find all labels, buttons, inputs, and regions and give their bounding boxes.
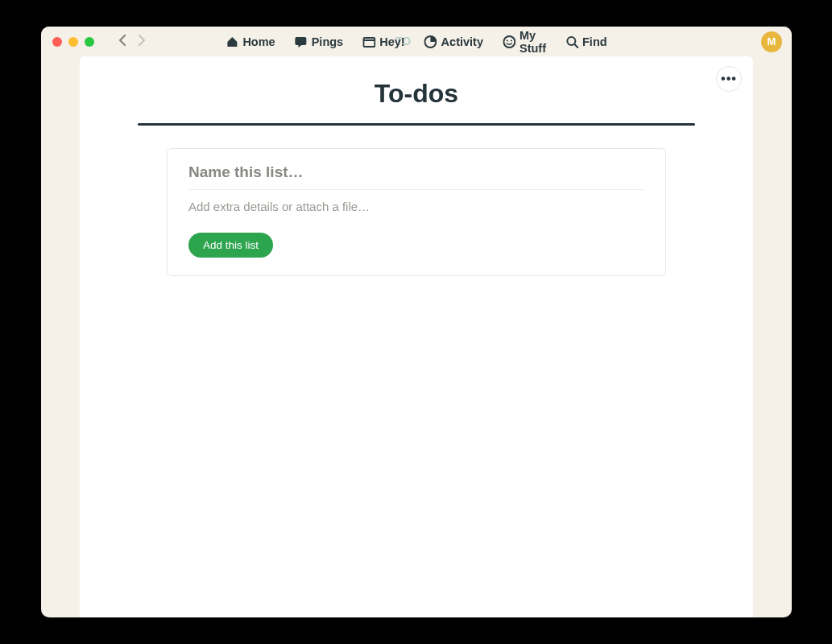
nav-pings-label: Pings <box>312 35 343 48</box>
page-card: ••• To-dos Add this list <box>80 56 753 617</box>
forward-button[interactable] <box>138 35 146 49</box>
svg-line-7 <box>574 44 577 47</box>
nav-pings[interactable]: Pings <box>295 35 343 48</box>
nav-hey-label: Hey! <box>379 35 404 48</box>
nav-activity[interactable]: Activity <box>424 35 483 48</box>
app-window: TO Home Pings Hey! <box>41 27 792 617</box>
nav-hey[interactable]: Hey! <box>362 35 404 48</box>
nav-home-label: Home <box>242 35 275 48</box>
nav-home[interactable]: Home <box>226 35 275 48</box>
svg-point-5 <box>510 39 511 41</box>
nav-mystuff[interactable]: My Stuff <box>503 29 546 55</box>
avatar-initial: M <box>768 35 776 47</box>
svg-point-3 <box>503 36 515 47</box>
nav-mystuff-label: My Stuff <box>519 29 546 55</box>
nav-activity-label: Activity <box>441 35 483 48</box>
top-nav: Home Pings Hey! Activity <box>226 29 606 55</box>
ellipsis-icon: ••• <box>721 72 737 86</box>
list-name-input[interactable] <box>188 163 644 190</box>
more-menu-button[interactable]: ••• <box>716 66 742 92</box>
list-details-input[interactable] <box>188 200 644 213</box>
home-icon <box>226 35 238 48</box>
page-title: To-dos <box>109 79 724 109</box>
maximize-window-button[interactable] <box>85 37 94 47</box>
back-button[interactable] <box>118 35 126 49</box>
traffic-lights <box>52 37 94 47</box>
history-nav <box>118 35 146 49</box>
titlebar: TO Home Pings Hey! <box>41 27 792 56</box>
avatar[interactable]: M <box>761 31 782 52</box>
activity-icon <box>424 35 437 48</box>
pings-icon <box>295 35 308 48</box>
add-list-button[interactable]: Add this list <box>188 233 273 258</box>
minimize-window-button[interactable] <box>68 37 78 47</box>
svg-rect-0 <box>296 37 307 45</box>
search-icon <box>565 35 578 48</box>
title-divider <box>138 123 695 126</box>
svg-rect-1 <box>363 38 375 47</box>
nav-find-label: Find <box>582 35 607 48</box>
content-area: ••• To-dos Add this list <box>41 56 792 617</box>
mystuff-icon <box>503 35 515 48</box>
nav-find[interactable]: Find <box>565 35 607 48</box>
new-list-form: Add this list <box>167 148 666 276</box>
close-window-button[interactable] <box>52 37 62 47</box>
hey-icon <box>362 35 375 48</box>
svg-point-4 <box>506 39 507 41</box>
